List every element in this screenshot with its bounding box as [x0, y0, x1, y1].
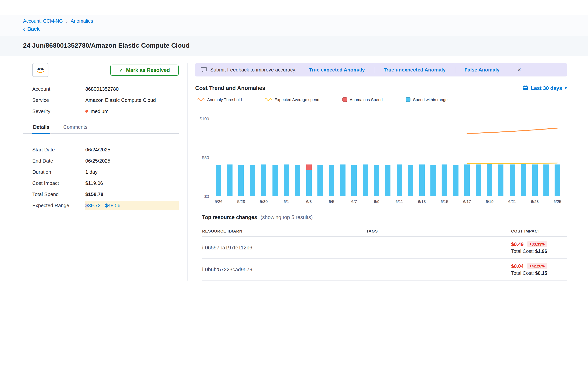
- summary-fields: Account 868001352780 Service Amazon Elas…: [23, 86, 179, 114]
- spend-bar-6/15: [442, 164, 447, 196]
- chart-column-6/23: [529, 119, 540, 196]
- spend-bar-6/20: [498, 164, 504, 196]
- start-date-value: 06/24/2025: [85, 147, 179, 152]
- cost-impact-amount: $0.04: [511, 263, 524, 269]
- chart-column-6/9: [371, 119, 382, 196]
- legend-anomaly-threshold[interactable]: Anomaly Threshold: [198, 97, 242, 102]
- spend-bar-6/6: [340, 164, 346, 196]
- tab-comments[interactable]: Comments: [62, 124, 88, 133]
- spend-bar-5/31: [272, 165, 278, 196]
- x-axis-label: 6/5: [329, 199, 334, 204]
- x-axis-label: 5/30: [260, 199, 268, 204]
- resource-id: i-06597ba197fe112b6: [202, 244, 366, 250]
- total-cost-label: Total Cost:: [511, 249, 534, 254]
- cost-impact-label: Cost Impact: [32, 180, 85, 186]
- chart-column-5/31: [270, 119, 281, 196]
- anomalous-spend-swatch: [342, 97, 347, 102]
- spend-bar-6/8: [362, 164, 368, 196]
- spend-bar-6/16: [453, 165, 458, 196]
- aws-logo: aws: [32, 63, 48, 77]
- feedback-bubble-icon: [200, 67, 207, 73]
- x-axis-label: 6/13: [418, 199, 426, 204]
- total-spend-value: $158.78: [85, 192, 179, 197]
- feedback-false-anomaly[interactable]: False Anomaly: [455, 67, 509, 73]
- breadcrumb-account-link[interactable]: Account: CCM-NG: [23, 18, 63, 24]
- x-axis-label: 6/3: [306, 199, 312, 204]
- feedback-true-expected[interactable]: True expected Anomaly: [300, 67, 374, 73]
- x-axis-label: 6/23: [531, 199, 539, 204]
- chart-section-title: Cost Trend and Anomalies: [195, 85, 265, 91]
- anomaly-threshold-line-icon: [198, 98, 204, 102]
- chart-column-5/28: [236, 119, 247, 196]
- table-row: i-0b6f257223cad9579 - $0.04 +42.26% Tota…: [202, 259, 567, 280]
- x-axis-label: 6/9: [374, 199, 380, 204]
- chart-column-6/22: [518, 119, 529, 196]
- spend-bar-6/18: [476, 164, 481, 196]
- legend-label: Anomalous Spend: [350, 97, 383, 102]
- calendar-icon: [523, 85, 528, 91]
- cost-impact-amount: $0.49: [511, 241, 524, 247]
- chart-column-6/25: [552, 119, 563, 196]
- close-icon[interactable]: ×: [515, 66, 524, 74]
- tab-details[interactable]: Details: [32, 124, 50, 133]
- total-spend-label: Total Spend: [32, 192, 85, 197]
- spend-bar-6/11: [396, 164, 402, 196]
- chart-column-6/3: [303, 119, 314, 196]
- expected-range-value: $39.72 - $48.56: [85, 201, 179, 210]
- legend-anomalous-spend[interactable]: Anomalous Spend: [342, 97, 383, 102]
- start-date-label: Start Date: [32, 147, 85, 152]
- service-value: Amazon Elastic Compute Cloud: [85, 97, 179, 103]
- legend-spend-within-range[interactable]: Spend within range: [406, 97, 448, 102]
- spend-bar-5/28: [238, 165, 244, 196]
- col-cost-impact: COST IMPACT: [511, 229, 567, 233]
- x-axis: 5/265/285/306/16/36/56/76/96/116/136/156…: [213, 199, 563, 205]
- main-content: aws ✓ Mark as Resolved Account 868001352…: [0, 56, 588, 280]
- x-axis-label: 6/11: [396, 199, 403, 204]
- total-cost-label: Total Cost:: [511, 270, 534, 276]
- legend-label: Expected Average spend: [274, 97, 319, 102]
- spend-bar-6/21: [510, 164, 515, 196]
- breadcrumb: Account: CCM-NG › Anomalies: [0, 15, 588, 24]
- spend-bar-6/24: [544, 164, 549, 196]
- chart-column-6/7: [348, 119, 360, 196]
- detail-tabs: Details Comments: [23, 124, 179, 134]
- x-axis-label: 5/26: [215, 199, 222, 204]
- service-label: Service: [32, 97, 85, 103]
- resolve-button-label: Mark as Resolved: [126, 67, 170, 73]
- spend-bar-6/10: [385, 165, 391, 196]
- aws-smile-icon: [37, 71, 44, 74]
- resource-tags: -: [366, 266, 511, 272]
- x-axis-label: 6/21: [508, 199, 516, 204]
- x-axis-label: 6/17: [463, 199, 471, 204]
- spend-bar-5/26: [216, 165, 221, 196]
- aws-logo-text: aws: [37, 66, 44, 71]
- breadcrumb-anomalies-link[interactable]: Anomalies: [71, 18, 93, 24]
- chart-column-6/14: [428, 119, 439, 196]
- severity-dot: [85, 110, 88, 112]
- chart-column-6/1: [281, 119, 292, 196]
- feedback-true-unexpected[interactable]: True unexpected Anomaly: [374, 67, 455, 73]
- page-header: Account: CCM-NG › Anomalies ‹ Back 24 Ju…: [0, 15, 588, 56]
- resource-table: RESOURCE ID/ARN TAGS COST IMPACT i-06597…: [202, 226, 567, 280]
- legend-expected-average[interactable]: Expected Average spend: [265, 97, 319, 102]
- end-date-label: End Date: [32, 158, 85, 164]
- chart-column-5/30: [258, 119, 270, 196]
- top-resource-changes-section: Top resource changes (showing top 5 resu…: [195, 214, 567, 280]
- end-date-value: 06/25/2025: [85, 158, 179, 164]
- back-button[interactable]: ‹ Back: [23, 26, 40, 32]
- x-axis-label: 5/28: [237, 199, 245, 204]
- chart-column-6/5: [326, 119, 337, 196]
- check-icon: ✓: [119, 68, 123, 72]
- expected-average-line-icon: [265, 98, 272, 102]
- time-range-selector[interactable]: Last 30 days ▾: [523, 85, 567, 91]
- anomaly-summary-panel: aws ✓ Mark as Resolved Account 868001352…: [23, 63, 188, 280]
- chart-column-6/10: [382, 119, 394, 196]
- x-axis-label: 6/7: [351, 199, 357, 204]
- time-range-label: Last 30 days: [531, 85, 562, 91]
- spend-bar-6/1: [284, 164, 289, 196]
- mark-as-resolved-button[interactable]: ✓ Mark as Resolved: [110, 64, 179, 76]
- cost-change-badge: +42.26%: [527, 263, 547, 269]
- page-title: 24 Jun/868001352780/Amazon Elastic Compu…: [23, 42, 565, 50]
- chart-column-5/29: [247, 119, 258, 196]
- spend-bar-6/22: [521, 164, 526, 196]
